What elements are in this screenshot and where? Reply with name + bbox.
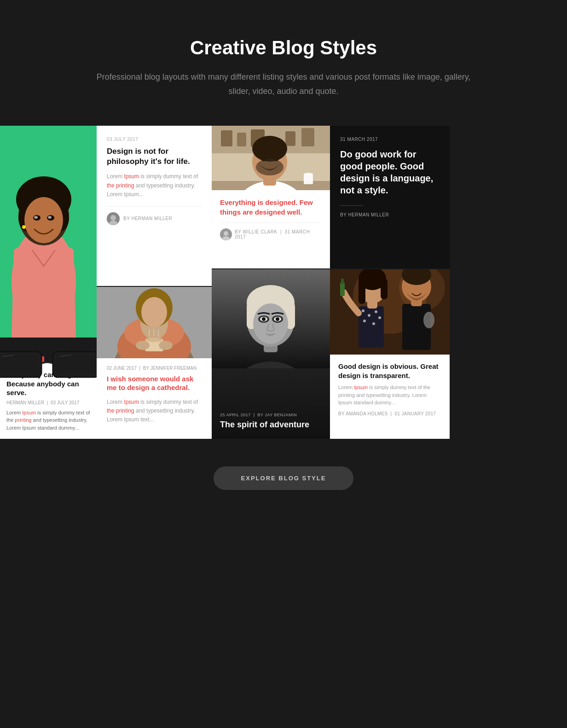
card3-author-row: BY WILLIE CLARK | 31 MARCH 2017 <box>220 228 322 240</box>
glasses-decoration <box>0 345 97 384</box>
svg-point-54 <box>224 231 228 236</box>
svg-rect-76 <box>359 306 384 348</box>
card3-avatar <box>220 228 232 240</box>
page-title: Creative Blog Styles <box>92 37 475 59</box>
card2-top-author: BY HERMAN MILLER <box>123 216 172 221</box>
man-photo-svg: 🌿 <box>212 126 330 190</box>
card4-top-title: Do good work for good people. Good desig… <box>340 148 440 196</box>
svg-point-81 <box>372 322 375 325</box>
card-divider <box>107 206 202 207</box>
card2-bottom-body: Lorem Ipsum is simply dummy text of the … <box>107 398 202 425</box>
explore-blog-button[interactable]: EXPLORE BLOG STYLE <box>214 466 354 490</box>
svg-point-70 <box>276 317 279 321</box>
explore-section: EXPLORE BLOG STYLE <box>0 439 567 527</box>
party-photo-svg <box>330 269 450 355</box>
card3-avatar-svg <box>220 228 232 240</box>
svg-rect-16 <box>0 353 40 376</box>
card4-top-date: 31 MARCH 2017 <box>340 137 440 142</box>
svg-point-52 <box>273 157 279 161</box>
card3-top-quote: Everything is designed. Few things are d… <box>220 198 322 217</box>
card2-top-date: 03 JULY 2017 <box>107 137 202 142</box>
dark-woman-image: 25 APRIL 2017 | BY JAY BENJAMIN The spir… <box>212 269 330 439</box>
svg-point-50 <box>256 159 284 175</box>
svg-rect-86 <box>359 279 365 304</box>
woman-figure-svg <box>0 126 92 338</box>
svg-rect-37 <box>221 130 232 146</box>
card-transparent-design: Good design is obvious. Great design is … <box>330 269 450 439</box>
svg-point-9 <box>34 216 38 219</box>
author-avatar <box>107 212 120 225</box>
card-man-image: 🌿 <box>212 126 330 190</box>
svg-point-21 <box>110 215 116 221</box>
svg-rect-88 <box>340 282 345 296</box>
svg-point-51 <box>261 157 266 161</box>
page-wrapper: Creative Blog Styles Professional blog l… <box>0 0 567 527</box>
column-2: 03 JULY 2017 Design is not for philosoph… <box>97 126 212 439</box>
card3-bottom-meta: 25 APRIL 2017 | BY JAY BENJAMIN <box>220 413 322 417</box>
svg-point-80 <box>363 320 366 322</box>
card2-bottom-meta: 02 JUNE 2017 | BY JENNIFER FREEMAN <box>107 366 202 371</box>
party-image <box>330 269 450 355</box>
glasses-svg <box>0 345 97 382</box>
card2-top-author-row: BY HERMAN MILLER <box>107 212 202 225</box>
card3-divider <box>220 222 322 223</box>
svg-point-82 <box>378 316 381 319</box>
card4-bottom-author: BY AMANDA HOLMES | 01 JANUARY 2017 <box>338 411 441 416</box>
svg-point-49 <box>252 136 287 162</box>
card4-bottom-body: Lorem Ipsum is simply dummy text of the … <box>338 384 441 407</box>
svg-point-6 <box>24 197 63 243</box>
scarf-woman-svg <box>97 287 212 358</box>
cards-grid: ADVERTISEMENT Everybody can be great. Be… <box>0 126 567 439</box>
card-cathedral-image <box>97 287 212 358</box>
svg-rect-87 <box>381 279 388 299</box>
svg-point-10 <box>48 216 52 219</box>
card-design-philosophy: 03 JULY 2017 Design is not for philosoph… <box>97 126 212 285</box>
card-cathedral-content: 02 JUNE 2017 | BY JENNIFER FREEMAN I wis… <box>97 358 212 439</box>
svg-rect-89 <box>341 279 344 284</box>
svg-rect-41 <box>301 128 314 146</box>
card-designed-well: 🌿 <box>212 126 330 268</box>
column-4: 31 MARCH 2017 Do good work for good peop… <box>330 126 450 439</box>
svg-point-95 <box>423 312 434 328</box>
svg-point-79 <box>375 310 377 313</box>
svg-point-33 <box>159 341 173 350</box>
svg-point-29 <box>141 297 167 327</box>
dark-woman-svg <box>212 269 330 368</box>
svg-point-31 <box>145 338 163 342</box>
card-man-content: Everything is designed. Few things are d… <box>212 190 330 248</box>
card4-bottom-title: Good design is obvious. Great design is … <box>338 362 441 380</box>
card-spirit-adventure: 25 APRIL 2017 | BY JAY BENJAMIN The spir… <box>212 269 330 439</box>
svg-point-77 <box>362 309 364 312</box>
column-1: ADVERTISEMENT Everybody can be great. Be… <box>0 126 97 439</box>
svg-point-78 <box>368 314 370 317</box>
header-subtitle: Professional blog layouts with many diff… <box>92 70 475 98</box>
svg-rect-74 <box>330 269 450 355</box>
svg-rect-40 <box>285 131 295 146</box>
svg-point-32 <box>136 341 150 350</box>
card-image-area <box>0 126 97 338</box>
svg-rect-43 <box>304 174 313 184</box>
svg-point-69 <box>262 317 266 321</box>
card1-body: Lorem Ipsum is simply dummy text of the … <box>6 409 90 432</box>
party-card-content: Good design is obvious. Great design is … <box>330 355 450 424</box>
card2-bottom-title: I wish someone would ask me to design a … <box>107 374 202 392</box>
card4-divider <box>340 205 363 206</box>
svg-point-11 <box>22 225 26 229</box>
card3-author: BY WILLIE CLARK | 31 MARCH 2017 <box>235 229 322 239</box>
card2-top-title: Design is not for philosophy it's for li… <box>107 146 202 167</box>
dark-woman-overlay: 25 APRIL 2017 | BY JAY BENJAMIN The spir… <box>212 403 330 439</box>
card-do-good-work: 31 MARCH 2017 Do good work for good peop… <box>330 126 450 268</box>
card-advertisement: ADVERTISEMENT Everybody can be great. Be… <box>0 126 97 439</box>
card2-top-body: Lorem Ipsum is simply dummy text of the … <box>107 172 202 199</box>
card4-top-author: BY HERMAN MILLER <box>340 212 440 217</box>
header-section: Creative Blog Styles Professional blog l… <box>0 0 567 126</box>
avatar-svg <box>107 212 120 225</box>
svg-rect-38 <box>237 133 246 146</box>
svg-point-44 <box>304 173 313 175</box>
card-cathedral: 02 JUNE 2017 | BY JENNIFER FREEMAN I wis… <box>97 287 212 439</box>
svg-point-64 <box>253 303 288 344</box>
column-3: 🌿 <box>212 126 330 439</box>
card1-meta: HERMAN MILLER | 03 JULY 2017 <box>6 400 90 405</box>
card3-bottom-title: The spirit of adventure <box>220 420 322 430</box>
